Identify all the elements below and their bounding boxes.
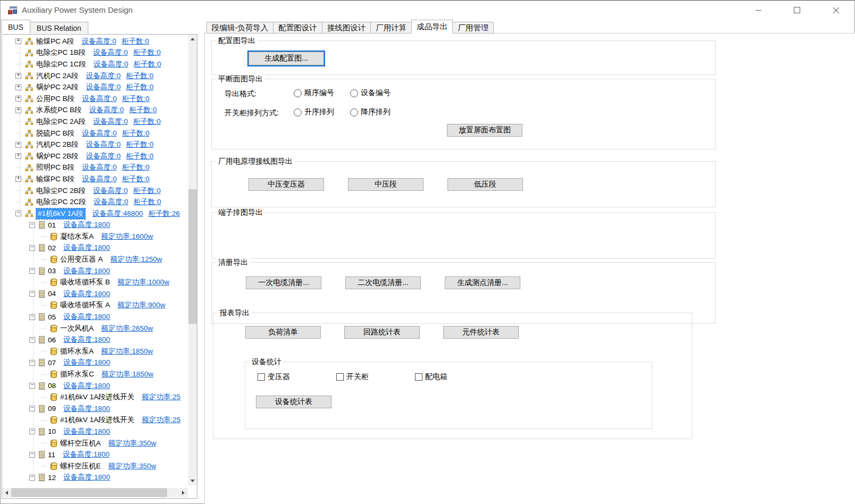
right-tab[interactable]: 成品导出 xyxy=(411,20,453,33)
expand-icon[interactable]: + xyxy=(15,176,21,182)
tree-node-label[interactable]: 05 xyxy=(48,313,56,321)
radio-option[interactable]: 顺序编号 xyxy=(294,88,334,98)
tree-node-link[interactable]: 设备高度:1800 xyxy=(63,220,110,230)
checkbox-option[interactable]: 开关柜 xyxy=(336,372,369,382)
tree-node-label[interactable]: 08 xyxy=(48,382,56,390)
tree-node-link[interactable]: 设备高度:1800 xyxy=(63,358,110,367)
minimize-button[interactable] xyxy=(746,1,770,20)
tree-row[interactable]: +锅炉PC 2B段设备高度:0柜子数:0 xyxy=(2,150,188,162)
radio-option[interactable]: 降序排列 xyxy=(350,107,391,117)
tree-node-label[interactable]: 电除尘PC 2B段 xyxy=(36,186,86,196)
export-button[interactable]: 低压段 xyxy=(447,178,523,191)
export-button[interactable]: 元件统计表 xyxy=(443,326,519,339)
tree-node-label[interactable]: 锅炉PC 2A段 xyxy=(36,82,79,92)
tree-row[interactable]: 循环水泵A额定功率:1850w xyxy=(2,346,188,357)
collapse-icon[interactable]: − xyxy=(29,452,35,458)
tree-node-link[interactable]: 额定功率:1850w xyxy=(102,369,154,379)
tree-node-link[interactable]: 额定功率:1250w xyxy=(110,255,162,264)
right-tab[interactable]: 厂用计算 xyxy=(370,22,412,33)
tree-node-link[interactable]: 额定功率:350w xyxy=(109,439,156,448)
tree-row[interactable]: 照明PC B段设备高度:0柜子数:0 xyxy=(2,162,188,174)
tree-node-link[interactable]: 柜子数:0 xyxy=(126,71,154,81)
tree-row[interactable]: 公用变压器 A额定功率:1250w xyxy=(2,254,188,265)
tree-node-label[interactable]: 电除尘PC 1C段 xyxy=(36,60,86,69)
tree-node-label[interactable]: 吸收塔循环泵 B xyxy=(60,278,110,287)
scroll-left-arrow[interactable] xyxy=(2,488,11,497)
tree-row[interactable]: +锅炉PC 2A段设备高度:0柜子数:0 xyxy=(2,81,188,93)
tree-node-label[interactable]: 照明PC B段 xyxy=(36,163,74,172)
tree-row[interactable]: 电除尘PC 2A段设备高度:0柜子数:0 xyxy=(2,116,188,128)
tree-node-label[interactable]: 04 xyxy=(48,290,56,298)
right-tab[interactable]: 配置图设计 xyxy=(273,22,322,33)
radio-icon[interactable] xyxy=(294,108,302,116)
tree-node-link[interactable]: 柜子数:0 xyxy=(122,129,150,138)
collapse-icon[interactable]: − xyxy=(29,360,35,366)
tree-node-link[interactable]: 额定功率:1000w xyxy=(118,278,170,287)
collapse-icon[interactable]: − xyxy=(29,314,35,320)
checkbox-option[interactable]: 配电箱 xyxy=(415,372,447,382)
tree-vertical-scrollbar[interactable] xyxy=(188,35,197,485)
tree-node-link[interactable]: 额定功率:25 xyxy=(142,415,181,425)
tree-node-label[interactable]: 输煤PC B段 xyxy=(36,174,74,184)
tree-row[interactable]: +水系统PC B段设备高度:0柜子数:0 xyxy=(2,105,188,116)
tree-node-link[interactable]: 设备高度:1800 xyxy=(63,473,110,482)
radio-option[interactable]: 升序排列 xyxy=(294,107,334,117)
device-stats-table-button[interactable]: 设备统计表 xyxy=(256,396,331,408)
tree-node-link[interactable]: 额定功率:900w xyxy=(118,300,165,310)
export-button[interactable]: 二次电缆清册... xyxy=(345,276,421,289)
tree-row[interactable]: 脱硫PC B段设备高度:0柜子数:0 xyxy=(2,128,188,139)
export-button[interactable]: 回路统计表 xyxy=(344,326,420,339)
horizontal-scroll-thumb[interactable] xyxy=(11,488,167,497)
tree-node-label[interactable]: 吸收塔循环泵 A xyxy=(60,300,110,310)
tree-node-link[interactable]: 柜子数:0 xyxy=(133,117,161,127)
export-button[interactable]: 负荷清单 xyxy=(245,326,321,339)
tree-node-label[interactable]: 电除尘PC 2A段 xyxy=(36,117,86,127)
vertical-scroll-thumb[interactable] xyxy=(188,189,197,324)
tree-node-link[interactable]: 柜子数:0 xyxy=(134,197,161,207)
expand-icon[interactable]: + xyxy=(15,96,21,102)
tree-row[interactable]: 螺杆空压机E额定功率:350w xyxy=(2,460,188,472)
tree-row[interactable]: +输煤PC A段设备高度:0柜子数:0 xyxy=(2,36,188,47)
tree-node-label[interactable]: 脱硫PC B段 xyxy=(36,129,74,138)
tree-row[interactable]: −04设备高度:1800 xyxy=(2,288,188,300)
export-button[interactable]: 中压变压器 xyxy=(248,178,324,191)
radio-icon[interactable] xyxy=(294,89,302,97)
tree-row[interactable]: −01设备高度:1800 xyxy=(2,220,188,231)
radio-icon[interactable] xyxy=(350,108,358,116)
tree-row[interactable]: 电除尘PC 2C段设备高度:0柜子数:0 xyxy=(2,196,188,208)
right-tab[interactable]: 接线图设计 xyxy=(322,22,371,33)
tree-node-link[interactable]: 柜子数:0 xyxy=(126,152,154,161)
tab-bus[interactable]: BUS xyxy=(1,20,30,33)
tree-row[interactable]: #1机6kV 1A段进线开关额定功率:25 xyxy=(2,391,188,403)
tree-row[interactable]: 循环水泵C额定功率:1850w xyxy=(2,368,188,380)
tab-bus-relation[interactable]: BUS Relation xyxy=(30,22,88,33)
tree-node-link[interactable]: 设备高度:1800 xyxy=(63,381,110,391)
checkbox-icon[interactable] xyxy=(258,373,265,381)
tree-row[interactable]: +汽机PC 2A段设备高度:0柜子数:0 xyxy=(2,70,188,82)
expand-icon[interactable]: + xyxy=(15,153,21,159)
tree-node-link[interactable]: 设备高度:1800 xyxy=(63,289,110,299)
tree-node-link[interactable]: 设备高度:1800 xyxy=(63,266,110,276)
tree-row[interactable]: 电除尘PC 1B段设备高度:0柜子数:0 xyxy=(2,47,188,59)
expand-icon[interactable]: + xyxy=(15,73,21,79)
collapse-icon[interactable]: − xyxy=(29,406,35,411)
collapse-icon[interactable]: − xyxy=(29,383,35,389)
maximize-button[interactable] xyxy=(785,1,809,20)
tree-node-link[interactable]: 额定功率:2650w xyxy=(101,324,153,333)
tree-node-label[interactable]: 11 xyxy=(48,451,55,459)
tree-node-label[interactable]: 06 xyxy=(48,336,56,344)
radio-icon[interactable] xyxy=(350,89,358,97)
tree-node-label[interactable]: #1机6kV 1A段进线开关 xyxy=(60,415,135,425)
tree-node-link[interactable]: 设备高度:0 xyxy=(82,94,117,104)
tree-horizontal-scrollbar[interactable] xyxy=(2,488,188,497)
tree-node-link[interactable]: 设备高度:0 xyxy=(82,163,117,172)
tree-node-label[interactable]: 循环水泵A xyxy=(60,347,94,356)
tree-node-link[interactable]: 设备高度:1800 xyxy=(63,335,110,345)
expand-icon[interactable]: + xyxy=(15,142,21,148)
tree-node-link[interactable]: 设备高度:0 xyxy=(93,186,128,196)
generate-config-drawing-button[interactable]: 生成配置图... xyxy=(248,52,324,65)
tree-row[interactable]: 吸收塔循环泵 A额定功率:900w xyxy=(2,300,188,312)
tree-node-link[interactable]: 设备高度:1800 xyxy=(63,243,110,253)
tree-node-link[interactable]: 设备高度:0 xyxy=(89,105,124,115)
tree-node-link[interactable]: 设备高度:0 xyxy=(86,140,121,149)
